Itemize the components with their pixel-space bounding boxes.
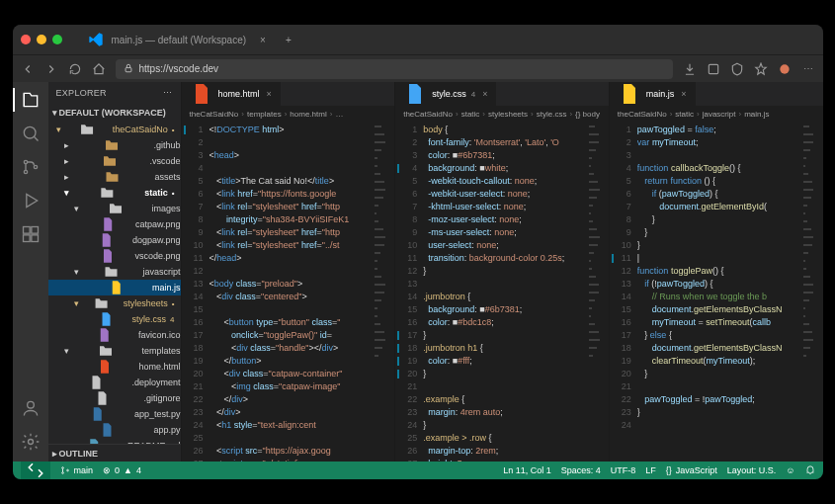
feedback-icon[interactable]: ☺	[786, 465, 794, 475]
code-area[interactable]: 123456789101112131415161718192021222324p…	[610, 122, 823, 462]
svg-point-4	[24, 160, 27, 163]
problems[interactable]: ⊗0 ▲4	[103, 465, 141, 475]
minimap[interactable]	[587, 122, 609, 462]
remote-indicator[interactable]	[21, 462, 50, 479]
tree-node-templates[interactable]: ▾ templates	[48, 343, 181, 359]
close-icon[interactable]: ×	[482, 89, 487, 99]
chevron-right-icon: ▸	[52, 449, 57, 459]
browser-actions: ⋯	[683, 62, 815, 76]
tree-node-theCatSaidNo[interactable]: ▾ theCatSaidNo•	[48, 122, 181, 137]
vscode-logo-icon	[88, 32, 104, 47]
extension-icon[interactable]	[707, 62, 720, 76]
search-activity[interactable]	[21, 124, 41, 143]
minimap[interactable]	[801, 122, 823, 462]
tab-close-icon[interactable]: ×	[260, 35, 266, 45]
svg-point-6	[34, 165, 37, 168]
tree-node-stylesheets[interactable]: ▾ stylesheets•	[48, 295, 181, 311]
svg-rect-8	[31, 227, 38, 234]
svg-point-2	[780, 64, 789, 73]
shield-icon[interactable]	[730, 62, 744, 76]
source-control-activity[interactable]	[21, 157, 41, 177]
more-icon[interactable]: ⋯	[801, 62, 815, 76]
svg-point-13	[61, 467, 63, 469]
reload-icon[interactable]	[68, 62, 82, 76]
editor-tab[interactable]: style.css4×	[395, 82, 496, 106]
main-area: EXPLORER ⋯ ▾ DEFAULT (WORKSPACE) ▾ theCa…	[13, 82, 823, 462]
tree-node-images[interactable]: ▾ images	[48, 201, 181, 216]
tree-node-app_test-py[interactable]: app_test.py	[48, 406, 181, 422]
svg-rect-7	[23, 227, 30, 234]
svg-point-11	[27, 401, 34, 408]
tree-node-style-css[interactable]: style.css4	[48, 311, 181, 327]
status-lang[interactable]: {} JavaScript	[666, 465, 717, 475]
svg-rect-10	[31, 235, 38, 242]
tree-node--gitignore[interactable]: .gitignore	[48, 390, 181, 406]
new-tab-icon[interactable]: +	[286, 35, 292, 45]
bookmark-icon[interactable]	[754, 62, 768, 76]
minimize-traffic[interactable]	[37, 35, 46, 44]
close-traffic[interactable]	[21, 35, 31, 44]
home-icon[interactable]	[92, 62, 106, 76]
svg-rect-1	[709, 64, 717, 73]
svg-point-5	[24, 170, 27, 173]
svg-point-15	[66, 469, 68, 471]
tree-node--github[interactable]: ▸ .github	[48, 137, 181, 153]
close-icon[interactable]: ×	[681, 89, 686, 99]
status-enc[interactable]: UTF-8	[611, 465, 636, 475]
status-spaces[interactable]: Spaces: 4	[561, 465, 601, 475]
settings-activity[interactable]	[21, 432, 41, 452]
chevron-down-icon: ▾	[52, 108, 57, 118]
tree-node-main-js[interactable]: main.js	[48, 280, 181, 295]
tree-node--deployment[interactable]: .deployment	[48, 375, 181, 390]
sidebar-header: EXPLORER ⋯	[48, 82, 181, 104]
editor-tab[interactable]: main.js×	[610, 82, 696, 106]
tree-node-home-html[interactable]: home.html	[48, 359, 181, 375]
tree-node-app-py[interactable]: app.py	[48, 422, 181, 438]
editor-tab[interactable]: home.html×	[182, 82, 281, 106]
code-area[interactable]: 1234567891011121314151617181920212223242…	[395, 122, 609, 462]
outline-section[interactable]: ▸ OUTLINE	[48, 444, 181, 462]
svg-rect-0	[125, 67, 131, 71]
url-input[interactable]: https://vscode.dev	[116, 59, 673, 79]
browser-tab[interactable]: main.js — default (Workspace) × +	[88, 25, 292, 54]
profile-icon[interactable]	[778, 62, 792, 76]
tree-node-favicon-ico[interactable]: favicon.ico	[48, 327, 181, 343]
minimap[interactable]	[373, 122, 394, 462]
status-layout[interactable]: Layout: U.S.	[727, 465, 777, 475]
svg-point-3	[24, 126, 36, 138]
tree-node-javascript[interactable]: ▾ javascript	[48, 264, 181, 280]
account-activity[interactable]	[21, 398, 41, 418]
close-icon[interactable]: ×	[267, 89, 272, 99]
breadcrumb[interactable]: theCatSaidNo › static › stylesheets › st…	[395, 106, 609, 122]
tree-node-assets[interactable]: ▸ assets	[48, 169, 181, 185]
tree-node-dogpaw-png[interactable]: dogpaw.png	[48, 232, 181, 248]
breadcrumb[interactable]: theCatSaidNo › templates › home.html › …	[182, 106, 395, 122]
maximize-traffic[interactable]	[52, 35, 62, 44]
tree-node--vscode[interactable]: ▸ .vscode	[48, 153, 181, 169]
vscode-window: main.js — default (Workspace) × + https:…	[13, 25, 823, 479]
tree-node-vscode-png[interactable]: vscode.png	[48, 248, 181, 264]
status-eol[interactable]: LF	[645, 465, 656, 475]
code-area[interactable]: 1234567891011121314151617181920212223242…	[182, 122, 395, 462]
back-icon[interactable]	[21, 62, 35, 76]
download-icon[interactable]	[683, 62, 697, 76]
tree-node-static[interactable]: ▾ static•	[48, 185, 181, 201]
window-titlebar: main.js — default (Workspace) × +	[13, 25, 823, 54]
bell-icon[interactable]	[805, 465, 815, 475]
workspace-section[interactable]: ▾ DEFAULT (WORKSPACE)	[48, 104, 181, 122]
lock-icon	[124, 63, 133, 75]
sidebar-more-icon[interactable]: ⋯	[163, 88, 172, 98]
editor-group: home.html×theCatSaidNo › templates › hom…	[181, 82, 823, 462]
extensions-activity[interactable]	[21, 224, 41, 244]
run-debug-activity[interactable]	[21, 191, 41, 210]
breadcrumb[interactable]: theCatSaidNo › static › javascript › mai…	[610, 106, 823, 122]
editor-pane-1: style.css4×theCatSaidNo › static › style…	[394, 82, 609, 462]
tree-node-catpaw-png[interactable]: catpaw.png	[48, 216, 181, 232]
url-text: https://vscode.dev	[139, 63, 219, 74]
status-lncol[interactable]: Ln 11, Col 1	[503, 465, 551, 475]
svg-point-14	[61, 472, 63, 474]
forward-icon[interactable]	[44, 62, 58, 76]
explorer-activity[interactable]	[21, 90, 41, 110]
editor-pane-0: home.html×theCatSaidNo › templates › hom…	[181, 82, 395, 462]
scm-branch[interactable]: main	[60, 465, 94, 475]
